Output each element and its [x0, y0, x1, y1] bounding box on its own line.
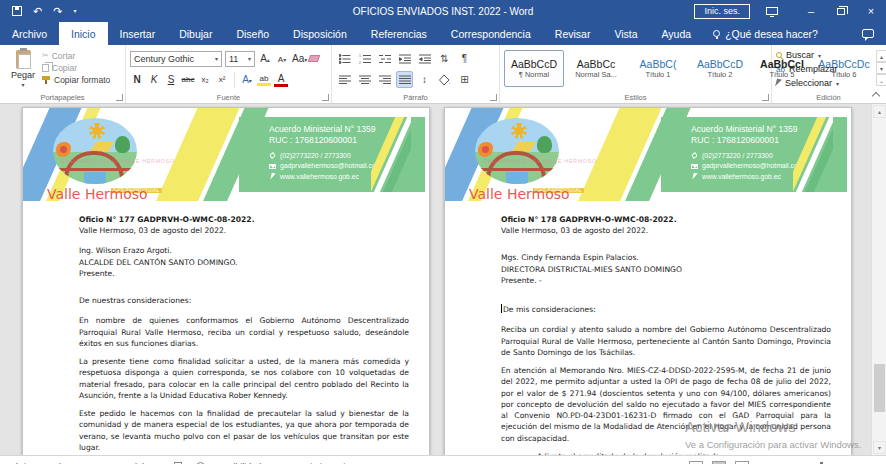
salutation-text: De mis consideraciones: — [503, 305, 596, 314]
scrollbar-thumb[interactable] — [874, 364, 885, 412]
align-right-icon — [379, 75, 391, 85]
logo-arc-text: GAD PARROQUIAL VALLE HERMOSO — [61, 158, 171, 164]
highlight-color-button[interactable]: ab — [257, 74, 271, 86]
comments-icon[interactable] — [862, 29, 874, 38]
svg-text:2: 2 — [359, 61, 361, 64]
undo-icon[interactable]: ↶ — [33, 6, 42, 17]
scroll-up-arrow[interactable]: ▴ — [873, 105, 886, 118]
envelope-icon — [269, 164, 276, 169]
find-button[interactable]: Buscar ▾ — [776, 48, 881, 62]
tab-correspondencia[interactable]: Correspondencia — [439, 22, 543, 45]
bold-button[interactable]: N — [130, 74, 144, 85]
tab-referencias[interactable]: Referencias — [359, 22, 439, 45]
customize-qat-icon[interactable]: ▾ — [73, 8, 76, 14]
increase-indent-button[interactable] — [416, 50, 433, 67]
window-title: OFICIOS ENVIADOS INST. 2022 - Word — [353, 6, 533, 17]
divider — [234, 72, 235, 88]
letter-body[interactable]: Oficio N° 177 GADPRVH-O-WMC-08-2022. Val… — [23, 201, 429, 464]
minimize-button[interactable]: – — [796, 0, 826, 22]
shrink-font-button[interactable]: A▾ — [275, 53, 289, 64]
style-titulo-2[interactable]: AaBbCcD Título 2 — [690, 50, 750, 87]
bullets-button[interactable] — [336, 50, 353, 67]
text-effects-button[interactable]: A▾ — [240, 74, 254, 85]
group-editing: Buscar ▾ ab Reemplazar Seleccionar ▾ Edi… — [772, 45, 885, 103]
tab-inicio[interactable]: Inicio — [59, 22, 108, 45]
read-mode-button[interactable] — [689, 461, 703, 464]
numbering-button[interactable]: 12 — [356, 50, 373, 67]
display-settings-icon[interactable] — [766, 7, 778, 15]
strikethrough-button[interactable]: abc — [181, 75, 195, 84]
format-painter-button[interactable]: Copiar formato — [42, 75, 110, 85]
svg-text:1: 1 — [359, 54, 361, 58]
print-layout-button[interactable] — [712, 461, 726, 464]
tab-ayuda[interactable]: Ayuda — [650, 22, 704, 45]
ribbon: Pegar ▾ ✂ Cortar Copiar Copiar formato P… — [0, 45, 886, 104]
clear-formatting-icon[interactable] — [308, 55, 321, 62]
redo-icon[interactable]: ↷ — [53, 6, 62, 17]
tab-insertar[interactable]: Insertar — [108, 22, 168, 45]
cut-button[interactable]: ✂ Cortar — [42, 51, 110, 61]
recipient-line: Presente. - — [501, 275, 831, 286]
tab-disposicion[interactable]: Disposición — [281, 22, 359, 45]
show-marks-button[interactable]: ¶ — [456, 50, 473, 67]
grow-font-button[interactable]: A▴ — [258, 53, 272, 64]
underline-button[interactable]: S — [164, 74, 178, 85]
scroll-down-arrow[interactable]: ▾ — [873, 441, 886, 454]
decrease-indent-button[interactable] — [396, 50, 413, 67]
style-titulo-1[interactable]: AaBbC( Título 1 — [628, 50, 688, 87]
save-icon[interactable] — [12, 6, 22, 16]
document-page-1[interactable]: Acuerdo Ministerial N° 1359 RUC : 176812… — [22, 107, 430, 464]
tab-diseno[interactable]: Diseño — [224, 22, 281, 45]
vertical-scrollbar[interactable]: ▴ ▾ — [871, 104, 886, 455]
font-dialog-launcher[interactable] — [322, 94, 329, 101]
tab-dibujar[interactable]: Dibujar — [167, 22, 224, 45]
style-normal-sa[interactable]: AaBbCc Normal Sa... — [566, 50, 626, 87]
restore-button[interactable] — [826, 0, 856, 22]
line-spacing-button[interactable]: ↕ — [416, 71, 433, 88]
sort-button[interactable]: ⇅ — [436, 50, 453, 67]
quick-access-toolbar: ↶ ↷ ▾ — [0, 6, 76, 17]
paragraph-dialog-launcher[interactable] — [490, 94, 497, 101]
replace-label: Reemplazar — [789, 64, 838, 74]
style-name: Normal Sa... — [575, 70, 617, 79]
shading-button[interactable] — [436, 71, 453, 88]
copy-button[interactable]: Copiar — [42, 63, 110, 73]
zoom-in-button[interactable]: + — [843, 461, 849, 464]
phone-text: (02)2773220 / 2773300 — [702, 152, 773, 159]
zoom-out-button[interactable]: − — [758, 461, 764, 464]
format-painter-label: Copiar formato — [54, 75, 110, 85]
borders-button[interactable]: ⊞ — [456, 71, 473, 88]
cursor-arrow-icon — [775, 78, 782, 87]
tab-revisar[interactable]: Revisar — [543, 22, 603, 45]
select-button[interactable]: Seleccionar ▾ — [776, 76, 881, 90]
multilevel-list-button[interactable] — [376, 50, 393, 67]
justify-button[interactable] — [396, 71, 413, 88]
replace-button[interactable]: ab Reemplazar — [776, 62, 881, 76]
tab-vista[interactable]: Vista — [602, 22, 649, 45]
clipboard-dialog-launcher[interactable] — [116, 94, 123, 101]
font-color-button[interactable]: A — [274, 73, 288, 87]
style-normal[interactable]: AaBbCcD ¶ Normal — [504, 50, 564, 87]
font-name-combo[interactable]: Century Gothic ▾ — [130, 51, 222, 67]
letter-body[interactable]: Oficio N° 178 GADPRVH-O-WMC-08-2022. Val… — [445, 201, 851, 464]
superscript-button[interactable]: x² — [215, 75, 229, 84]
align-center-button[interactable] — [356, 71, 373, 88]
sign-in-button[interactable]: Inic. ses. — [694, 4, 750, 19]
align-left-button[interactable] — [336, 71, 353, 88]
paste-button[interactable]: Pegar ▾ — [4, 48, 42, 90]
tab-archivo[interactable]: Archivo — [0, 22, 59, 45]
tell-me-search[interactable]: ¿Qué desea hacer? — [703, 22, 828, 45]
caret-down-icon: ▾ — [283, 57, 286, 63]
italic-button[interactable]: K — [147, 74, 161, 85]
align-right-button[interactable] — [376, 71, 393, 88]
font-size-combo[interactable]: 11 ▾ — [225, 51, 255, 67]
subscript-button[interactable]: x₂ — [198, 75, 212, 84]
web-layout-button[interactable] — [735, 461, 749, 464]
document-area: Acuerdo Ministerial N° 1359 RUC : 176812… — [0, 104, 886, 464]
styles-dialog-launcher[interactable] — [762, 94, 769, 101]
document-page-2[interactable]: Acuerdo Ministerial N° 1359 RUC : 176812… — [444, 107, 852, 464]
close-button[interactable]: × — [856, 0, 886, 22]
web-cursor-icon — [269, 173, 276, 180]
clipboard-icon — [16, 50, 31, 69]
change-case-button[interactable]: Aa▾ — [292, 53, 306, 64]
